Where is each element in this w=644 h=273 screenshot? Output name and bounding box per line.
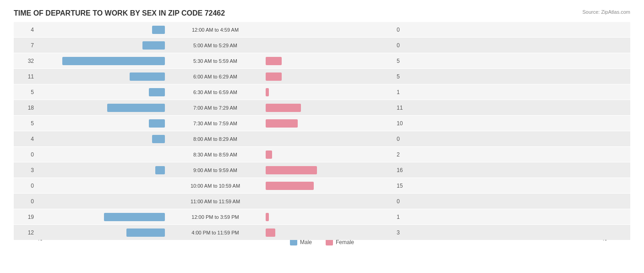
female-value: 10 [394,120,417,127]
male-bar-wrap [37,41,165,50]
male-bar [152,26,165,34]
female-bar [266,104,301,112]
female-value: 0 [394,136,417,142]
female-value: 0 [394,198,417,205]
male-value: 5 [14,89,37,95]
female-bar-wrap [266,119,394,128]
chart-row: 5 6:30 AM to 6:59 AM 1 [14,84,630,100]
male-value: 0 [14,151,37,158]
chart-row: 0 10:00 AM to 10:59 AM 15 [14,178,630,193]
male-value: 3 [14,167,37,173]
male-value: 5 [14,120,37,127]
female-bar [266,166,317,174]
female-bar-wrap [266,135,394,143]
chart-row: 4 12:00 AM to 4:59 AM 0 [14,22,630,37]
chart-row: 18 7:00 AM to 7:29 AM 11 [14,100,630,115]
time-label: 6:00 AM to 6:29 AM [165,74,266,79]
time-label: 7:30 AM to 7:59 AM [165,121,266,126]
female-bar-wrap [266,150,394,159]
chart-row: 7 5:00 AM to 5:29 AM 0 [14,38,630,53]
male-bar [142,41,165,50]
female-value: 5 [394,73,417,80]
chart-row: 32 5:30 AM to 5:59 AM 5 [14,53,630,68]
male-bar [130,72,165,81]
chart-title: TIME OF DEPARTURE TO WORK BY SEX IN ZIP … [14,9,630,17]
chart-area: 4 12:00 AM to 4:59 AM 0 7 5:00 AM to 5:2… [14,22,630,235]
male-value: 18 [14,105,37,111]
male-bar-wrap [37,166,165,174]
male-value: 19 [14,214,37,220]
legend-male-label: Male [300,239,312,245]
chart-container: TIME OF DEPARTURE TO WORK BY SEX IN ZIP … [0,0,644,273]
female-value: 0 [394,27,417,33]
male-bar-wrap [37,119,165,128]
male-value: 0 [14,198,37,205]
time-label: 12:00 PM to 3:59 PM [165,214,266,220]
female-bar-wrap [266,88,394,96]
male-bar [152,135,165,143]
female-bar-wrap [266,57,394,65]
female-value: 0 [394,42,417,49]
female-bar-wrap [266,41,394,50]
female-value: 1 [394,89,417,95]
time-label: 5:30 AM to 5:59 AM [165,58,266,64]
male-bar [155,166,165,174]
time-label: 9:00 AM to 9:59 AM [165,167,266,173]
time-label: 8:00 AM to 8:29 AM [165,136,266,142]
male-bar-wrap [37,197,165,206]
chart-row: 5 7:30 AM to 7:59 AM 10 [14,116,630,131]
chart-row: 3 9:00 AM to 9:59 AM 16 [14,162,630,178]
legend-male-box [290,239,297,245]
female-value: 3 [394,229,417,236]
female-bar [266,150,272,159]
chart-row: 11 6:00 AM to 6:29 AM 5 [14,69,630,84]
male-value: 11 [14,73,37,80]
female-bar-wrap [266,228,394,237]
female-bar-wrap [266,166,394,174]
time-label: 5:00 AM to 5:29 AM [165,43,266,48]
chart-row: 12 4:00 PM to 11:59 PM 3 [14,225,630,240]
source-label: Source: ZipAtlas.com [582,9,630,15]
male-bar-wrap [37,104,165,112]
male-bar-wrap [37,72,165,81]
legend-female-label: Female [336,239,354,245]
female-bar [266,119,298,128]
male-bar [104,213,165,221]
male-bar-wrap [37,150,165,159]
time-label: 12:00 AM to 4:59 AM [165,27,266,33]
legend-male: Male [290,239,312,245]
female-bar-wrap [266,197,394,206]
time-label: 11:00 AM to 11:59 AM [165,199,266,204]
female-value: 11 [394,105,417,111]
male-bar-wrap [37,228,165,237]
male-value: 12 [14,229,37,236]
legend: Male Female [290,239,354,245]
male-bar-wrap [37,182,165,190]
time-label: 4:00 PM to 11:59 PM [165,230,266,235]
female-value: 5 [394,58,417,64]
time-label: 8:30 AM to 8:59 AM [165,152,266,157]
female-bar [266,72,282,81]
female-bar-wrap [266,182,394,190]
male-bar [62,57,165,65]
time-label: 7:00 AM to 7:29 AM [165,105,266,111]
male-bar [107,104,165,112]
male-value: 0 [14,183,37,189]
chart-row: 19 12:00 PM to 3:59 PM 1 [14,209,630,224]
female-value: 1 [394,214,417,220]
female-bar [266,57,282,65]
male-bar [149,119,165,128]
male-bar [126,228,165,237]
male-bar-wrap [37,26,165,34]
male-bar-wrap [37,213,165,221]
female-bar-wrap [266,213,394,221]
time-label: 6:30 AM to 6:59 AM [165,89,266,95]
time-label: 10:00 AM to 10:59 AM [165,183,266,189]
female-value: 2 [394,151,417,158]
female-bar-wrap [266,104,394,112]
male-bar-wrap [37,88,165,96]
female-bar [266,182,314,190]
chart-row: 0 8:30 AM to 8:59 AM 2 [14,147,630,162]
legend-female: Female [326,239,354,245]
female-value: 16 [394,167,417,173]
